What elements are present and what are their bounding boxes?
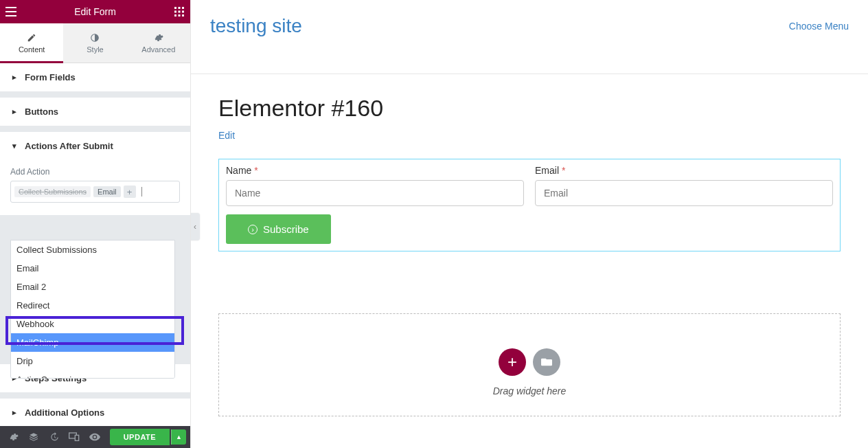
svg-rect-0 [174,7,176,9]
edit-link[interactable]: Edit [218,130,235,141]
svg-rect-5 [182,11,184,13]
name-label: Name* [226,165,524,176]
gear-icon [154,33,163,43]
dropdown-item[interactable]: Email 2 [11,278,174,296]
page-content: Elementor #160 Edit Name* Email* › Subsc… [191,74,868,437]
template-button[interactable] [533,348,560,376]
caret-right-icon: ▸ [12,408,18,417]
svg-rect-2 [182,7,184,9]
panel-title: Edit Form [74,6,116,17]
tab-label: Style [87,45,103,54]
required-mark: * [254,165,258,176]
contrast-icon [90,33,100,43]
site-header: testing site Choose Menu [191,0,868,74]
svg-rect-3 [174,11,176,13]
preview-canvas: ‹ testing site Choose Menu Elementor #16… [191,0,868,448]
tab-advanced[interactable]: Advanced [127,23,190,63]
actions-dropdown: Collect Submissions Email Email 2 Redire… [10,240,175,379]
site-title[interactable]: testing site [210,15,302,37]
svg-rect-11 [76,435,79,440]
update-caret-icon[interactable]: ▲ [171,429,186,445]
svg-rect-7 [179,14,181,16]
form-submit-row: › Subscribe [226,214,833,244]
dropdown-item[interactable]: ActiveCampaign [11,370,174,379]
drop-text: Drag widget here [493,385,567,396]
history-icon[interactable] [45,427,64,447]
send-icon: › [248,225,258,234]
plus-icon[interactable]: + [124,186,136,198]
dropdown-item[interactable]: Webhook [11,315,174,333]
email-input[interactable] [535,180,833,206]
pencil-icon [27,33,36,43]
caret-down-icon: ▾ [12,142,18,150]
action-tag[interactable]: Collect Submissions [14,186,91,197]
form-col-name: Name* [226,165,524,206]
dropdown-item[interactable]: Email [11,259,174,278]
drop-zone[interactable]: + Drag widget here [218,313,841,416]
tab-content[interactable]: Content [0,23,63,63]
caret-right-icon: ▸ [12,73,18,82]
section-buttons[interactable]: ▸Buttons [0,98,190,126]
panel-body: ▸Form Fields ▸Buttons ▾ Actions After Su… [0,63,190,426]
add-section-button[interactable]: + [499,348,526,376]
collapse-panel-handle[interactable]: ‹ [191,213,200,240]
panel-header: Edit Form [0,0,190,23]
settings-icon[interactable] [4,427,23,447]
grid-icon[interactable] [168,0,190,23]
preview-icon[interactable] [85,427,104,447]
caret-right-icon: ▸ [12,107,18,116]
menu-icon[interactable] [0,0,22,23]
editor-panel: Edit Form Content Style Advanc [0,0,191,448]
dropdown-item-mailchimp[interactable]: MailChimp [11,333,174,352]
dropdown-item[interactable]: Drip [11,352,174,370]
tab-label: Content [19,45,45,54]
email-label: Email* [535,165,833,176]
tab-style[interactable]: Style [63,23,126,63]
section-actions-header[interactable]: ▾ Actions After Submit [0,132,190,160]
svg-rect-8 [182,14,184,16]
responsive-icon[interactable] [65,427,84,447]
form-widget[interactable]: Name* Email* › Subscribe [218,159,841,251]
update-button[interactable]: UPDATE [110,429,170,445]
name-input[interactable] [226,180,524,206]
dropdown-item[interactable]: Collect Submissions [11,240,174,259]
panel-footer: UPDATE ▲ [0,426,190,448]
page-title: Elementor #160 [218,95,841,122]
required-mark: * [562,165,565,176]
section-actions: ▾ Actions After Submit Add Action Collec… [0,132,190,216]
action-tag[interactable]: Email [93,186,121,197]
add-action-label: Add Action [10,167,180,177]
form-col-email: Email* [535,165,833,206]
text-cursor [141,187,142,197]
tab-label: Advanced [141,45,175,54]
svg-rect-6 [174,14,176,16]
subscribe-button[interactable]: › Subscribe [226,214,331,244]
svg-rect-1 [179,7,181,9]
navigator-icon[interactable] [25,427,44,447]
section-form-fields[interactable]: ▸Form Fields [0,63,190,92]
choose-menu-link[interactable]: Choose Menu [789,21,849,32]
panel-tabs: Content Style Advanced [0,23,190,63]
section-additional[interactable]: ▸Additional Options [0,399,190,426]
dropdown-item[interactable]: Redirect [11,296,174,315]
actions-input[interactable]: Collect Submissions Email + [10,181,180,203]
svg-rect-4 [179,11,181,13]
